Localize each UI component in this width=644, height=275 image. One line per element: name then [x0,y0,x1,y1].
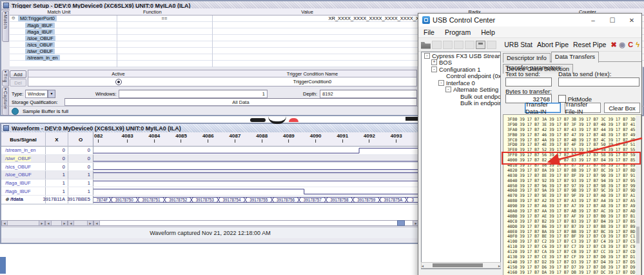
tree-item[interactable]: Bulk out endpoint (0x01 [422,93,500,100]
transfer-button[interactable]: Transfer Data-IN [525,103,561,113]
minimize-button[interactable]: – [583,14,603,26]
active-radio-button[interactable] [115,79,122,85]
signal-name[interactable]: /flagb_IBUF [5,188,31,194]
tree-toggle-icon[interactable]: - [431,66,437,72]
urb-stat-button[interactable]: URB Stat [504,41,532,48]
side-tab-match[interactable]: ▾ Match [2,11,9,42]
undo-icon[interactable] [465,41,474,49]
chevron-down-icon[interactable]: ▾ [48,90,55,98]
waveform-titlebar[interactable]: Waveform - DEV:0 MyDevice0 (XC6SLX9) UNI… [1,124,421,133]
name-column-scrollbar[interactable]: ◂ ▸ [1,220,45,226]
tree-toggle-icon[interactable]: - [445,87,451,92]
hex-output-box[interactable]: 3F80 39 17 B7 3A 39 17 B7 3B 39 17 B7 3C… [503,114,641,275]
waveform-h-scrollbar[interactable]: ◂ ▸ [93,220,419,226]
scroll-right-icon[interactable]: ▸ [498,263,500,268]
tab[interactable]: Descriptor Info [503,53,551,63]
lock-icon[interactable]: ◉ [620,41,626,49]
signal-name[interactable]: /slwr_OBUF [5,156,31,161]
trigger-condition-name[interactable]: TriggerCondition0 [208,79,416,85]
tree-item[interactable]: - Configuration 1 [422,66,500,73]
text-to-send-input[interactable] [505,77,552,87]
/slwr_OBUF[interactable]: ⊕ /slwr_OBUF 0 0 [1,155,419,163]
waveform-timeline[interactable]: 082 4083 4084 4085 [93,132,419,147]
column-header-function[interactable]: Function [108,9,196,15]
abort-x-icon[interactable]: ✖ [610,41,616,49]
storage-qualification-field[interactable]: All Data [64,98,417,106]
depth-input[interactable]: 8192 [320,90,417,98]
match-unit-name[interactable]: M0:TriggerPort0 [18,15,57,21]
x-column-scrollbar[interactable]: ◂ ▸ [45,220,68,226]
help-icon[interactable] [487,41,496,49]
paste-icon[interactable] [454,41,463,49]
match-signal-row[interactable]: /stream_in_en [10,54,216,61]
open-folder-icon[interactable] [421,41,431,49]
hex-scrollbar[interactable] [636,116,640,275]
signal-name[interactable]: /fdata [10,196,23,202]
o-column-scrollbar[interactable]: ◂ ▸ [68,220,93,226]
tree-item[interactable]: Control endpoint (0x00) [422,73,500,80]
signal-name[interactable]: /stream_in_en [5,147,36,153]
scroll-left-icon[interactable]: ◂ [2,221,8,225]
transfer-button[interactable]: Transfer File-IN [565,103,601,113]
/flaga_IBUF[interactable]: ⊕ /flaga_IBUF 1 1 [1,179,419,188]
menu-item[interactable]: File [418,28,440,36]
save-icon[interactable] [432,41,442,49]
scroll-left-icon[interactable]: ◂ [94,221,100,225]
side-tab-trig[interactable]: ▾ Trig [2,70,9,87]
menu-item[interactable]: Help [476,28,500,36]
scroll-right-icon[interactable]: ▸ [61,221,67,225]
tree-item[interactable]: Bulk in endpoint (0x81) [422,100,500,107]
copy-icon[interactable] [443,41,453,49]
match-function-value[interactable]: == [117,15,212,21]
match-signal-row[interactable]: /slwr_OBUF [10,48,216,54]
tree-scrollbar-thumb[interactable] [433,263,483,267]
tree-toggle-icon[interactable]: - [438,80,444,86]
tree-h-scrollbar[interactable]: ◂ ▸ [421,262,501,269]
tree-item[interactable]: - Cypress FX3 USB StreamerExample Devi [422,52,500,59]
add-trigger-condition-button[interactable]: Add [10,70,26,78]
maximize-button[interactable]: ☐ [603,14,622,26]
reconnect-icon[interactable]: C [628,41,633,49]
/stream_in_en[interactable]: ⊕ /stream_in_en 0 0 [1,147,419,155]
match-signal-name[interactable]: /flaga_IBUF [25,29,55,35]
tree-collapse-icon[interactable]: ⊖ [12,15,15,21]
signal-name[interactable]: /slcs_OBUF [5,164,31,170]
menu-item[interactable]: Program [440,28,476,36]
usb-titlebar[interactable]: USB Control Center – ☐ ✕ [418,14,641,26]
match-signal-name[interactable]: /slcs_OBUF [25,42,55,48]
windows-input[interactable]: 1 [119,90,268,98]
scroll-right-icon[interactable]: ▸ [87,221,93,225]
h-scrollbar-thumb[interactable] [397,220,405,226]
tab[interactable]: Data Transfers [551,52,599,63]
signal-name[interactable]: /flaga_IBUF [5,180,31,186]
match-signal-row[interactable]: /sloe_OBUF [10,35,216,41]
signal-name[interactable]: /sloe_OBUF [5,172,32,178]
expand-bus-icon[interactable]: ⊕ [5,197,9,202]
abort-pipe-button[interactable]: Abort Pipe [537,41,569,48]
match-signal-name[interactable]: /stream_in_en [25,55,60,61]
match-signal-name[interactable]: /flagb_IBUF [25,23,55,28]
reset-pipe-button[interactable]: Reset Pipe [573,41,606,48]
match-signal-name[interactable]: /sloe_OBUF [25,36,55,41]
column-header-match-unit[interactable]: Match Unit [10,9,108,15]
delete-trigger-condition-button[interactable]: Del [10,79,26,87]
/slcs_OBUF[interactable]: ⊕ /slcs_OBUF 0 0 [1,163,419,171]
transfer-button[interactable]: Clear Box [604,103,640,113]
tree-item[interactable]: - Alternate Setting 0 [422,87,500,94]
type-dropdown[interactable]: Window ▾ [25,90,55,98]
match-signal-name[interactable]: /slwr_OBUF [25,48,55,54]
close-button[interactable]: ✕ [622,14,641,26]
scroll-left-icon[interactable]: ◂ [46,221,52,225]
hex-scrollbar-thumb[interactable] [636,227,639,243]
match-signal-row[interactable]: /flaga_IBUF [10,28,216,35]
match-value[interactable]: XR_XXXX_XXXX_XXXX_XXXX_XXXX_X [212,15,419,21]
column-header-value[interactable]: Value [197,9,418,15]
match-signal-row[interactable]: /flagb_IBUF [10,22,216,28]
tree-item[interactable]: - Interface 0 [422,79,500,87]
tree-toggle-icon[interactable]: - [424,53,430,59]
/fdata[interactable]: ⊕ /fdata 3917B11A 3917BBE5 [1,196,419,204]
scroll-left-icon[interactable]: ◂ [422,263,424,268]
tree-toggle-icon[interactable]: + [431,59,437,65]
tree-item[interactable]: + BOS [422,59,500,66]
/flagb_IBUF[interactable]: ⊕ /flagb_IBUF 1 1 [1,187,419,196]
